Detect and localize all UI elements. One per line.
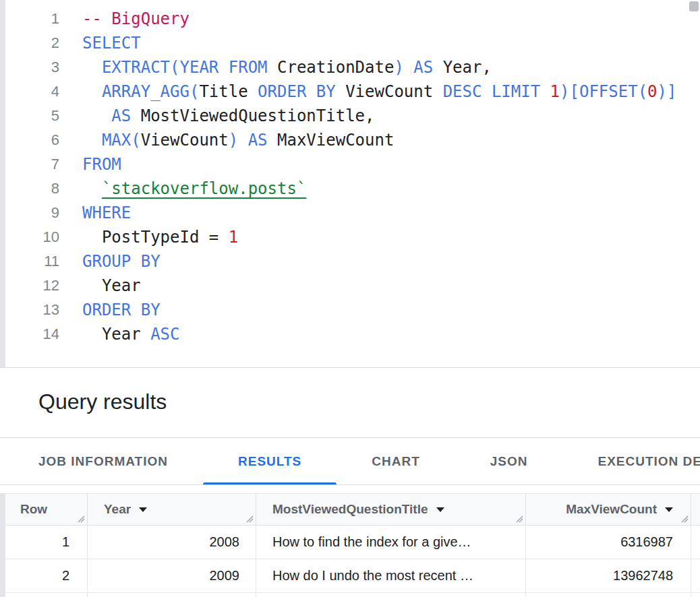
column-header-max-view-count[interactable]: MaxViewCount bbox=[526, 494, 691, 525]
code-token: WHERE bbox=[82, 203, 131, 222]
code-token bbox=[82, 82, 102, 101]
code-text: -- BigQuery bbox=[59, 7, 189, 31]
cell-row-number bbox=[5, 593, 88, 597]
line-number: 1 bbox=[5, 7, 59, 31]
line-number: 2 bbox=[5, 31, 59, 55]
line-number: 6 bbox=[5, 128, 59, 152]
code-text: MAX(ViewCount) AS MaxViewCount bbox=[59, 128, 394, 152]
tab-chart[interactable]: CHART bbox=[337, 438, 455, 484]
code-text: ARRAY_AGG(Title ORDER BY ViewCount DESC … bbox=[59, 80, 676, 104]
column-resize-handle[interactable] bbox=[515, 514, 523, 523]
code-line: 8 `stackoverflow.posts` bbox=[5, 177, 700, 201]
code-text: FROM bbox=[59, 152, 121, 177]
sort-dropdown-icon[interactable] bbox=[665, 507, 673, 512]
sort-dropdown-icon[interactable] bbox=[436, 507, 444, 512]
code-lines: 1-- BigQuery2SELECT3 EXTRACT(YEAR FROM C… bbox=[5, 0, 700, 367]
column-label: Row bbox=[20, 502, 47, 517]
code-token: 1 bbox=[550, 82, 560, 101]
table-row[interactable]: 1 2008 How to find the index for a give…… bbox=[5, 526, 700, 559]
tab-label: EXECUTION DETAILS bbox=[598, 454, 700, 469]
code-token bbox=[82, 131, 102, 150]
code-token: Title bbox=[199, 82, 258, 101]
tab-json[interactable]: JSON bbox=[455, 438, 563, 484]
tab-results[interactable]: RESULTS bbox=[203, 438, 337, 484]
line-number: 8 bbox=[5, 177, 59, 201]
cell-most-viewed-question-title bbox=[256, 593, 526, 597]
sort-dropdown-icon[interactable] bbox=[139, 507, 147, 512]
cell-max-view-count: 13962748 bbox=[526, 559, 691, 592]
line-number: 10 bbox=[5, 225, 59, 249]
column-label: Year bbox=[104, 502, 131, 517]
code-line: 4 ARRAY_AGG(Title ORDER BY ViewCount DES… bbox=[5, 80, 700, 104]
code-token: -- BigQuery bbox=[82, 9, 189, 28]
code-token: DESC LIMIT bbox=[443, 82, 550, 101]
code-line: 1-- BigQuery bbox=[5, 7, 700, 31]
code-text: SELECT bbox=[59, 31, 141, 55]
cell-overflow bbox=[691, 593, 700, 597]
code-token bbox=[82, 58, 102, 77]
code-line: 6 MAX(ViewCount) AS MaxViewCount bbox=[5, 128, 700, 152]
column-header-year[interactable]: Year bbox=[88, 494, 256, 525]
editor-left-scrollbar[interactable] bbox=[0, 0, 5, 367]
code-text: WHERE bbox=[59, 201, 131, 225]
code-token: Year, bbox=[433, 58, 492, 77]
sql-editor[interactable]: 1-- BigQuery2SELECT3 EXTRACT(YEAR FROM C… bbox=[0, 0, 700, 368]
code-token: FROM bbox=[82, 155, 121, 174]
code-token: )[OFFSET( bbox=[560, 82, 647, 101]
results-tab-bar: JOB INFORMATION RESULTS CHART JSON EXECU… bbox=[0, 438, 700, 485]
code-token: PostTypeId = bbox=[82, 228, 229, 247]
code-line: 11GROUP BY bbox=[5, 249, 700, 274]
cell-max-view-count bbox=[526, 593, 691, 597]
code-text: Year bbox=[59, 274, 141, 298]
line-number: 11 bbox=[5, 249, 59, 274]
code-token: ViewCount bbox=[345, 82, 443, 101]
table-header-row: Row Year MostViewedQuestionTitle MaxView… bbox=[5, 493, 700, 526]
code-line: 2SELECT bbox=[5, 31, 700, 55]
code-token: EXTRACT(YEAR FROM bbox=[102, 58, 277, 77]
code-token: MAX( bbox=[102, 131, 141, 150]
code-text: Year ASC bbox=[59, 322, 180, 346]
table-left-scrollbar[interactable] bbox=[0, 493, 5, 597]
tab-label: JSON bbox=[490, 454, 528, 469]
cell-row-number: 1 bbox=[5, 526, 88, 559]
code-text: EXTRACT(YEAR FROM CreationDate) AS Year, bbox=[59, 55, 492, 80]
code-token: ORDER BY bbox=[82, 301, 161, 319]
table-row[interactable]: 2 2009 How do I undo the most recent … 1… bbox=[5, 559, 700, 593]
cell-year: 2008 bbox=[88, 526, 256, 559]
code-token: ViewCount bbox=[141, 131, 229, 150]
code-text: PostTypeId = 1 bbox=[59, 225, 238, 249]
cell-year: 2009 bbox=[88, 559, 256, 592]
code-text: ORDER BY bbox=[59, 298, 161, 322]
editor-scrollbar-thumb[interactable] bbox=[689, 1, 699, 11]
column-header-most-viewed-question-title[interactable]: MostViewedQuestionTitle bbox=[256, 494, 526, 525]
code-line: 14 Year ASC bbox=[5, 322, 700, 346]
column-resize-handle[interactable] bbox=[680, 514, 689, 523]
code-token: 0 bbox=[647, 82, 657, 101]
code-line: 3 EXTRACT(YEAR FROM CreationDate) AS Yea… bbox=[5, 55, 700, 80]
tab-label: JOB INFORMATION bbox=[38, 454, 168, 469]
code-token: 1 bbox=[229, 228, 238, 247]
code-line: 10 PostTypeId = 1 bbox=[5, 225, 700, 249]
code-token: SELECT bbox=[82, 34, 141, 53]
tab-label: RESULTS bbox=[238, 454, 301, 469]
table-reference-link[interactable]: `stackoverflow.posts` bbox=[102, 179, 306, 198]
query-results-header: Query results bbox=[0, 368, 700, 438]
line-number: 14 bbox=[5, 322, 59, 346]
results-table: Row Year MostViewedQuestionTitle MaxView… bbox=[5, 493, 700, 597]
cell-overflow bbox=[691, 526, 700, 559]
cell-overflow bbox=[691, 559, 700, 592]
column-resize-handle[interactable] bbox=[76, 514, 85, 523]
tab-job-information[interactable]: JOB INFORMATION bbox=[3, 438, 203, 484]
code-token: ) AS bbox=[394, 58, 433, 77]
code-text: GROUP BY bbox=[59, 249, 161, 274]
table-row-partial[interactable] bbox=[5, 593, 700, 597]
code-line: 5 AS MostViewedQuestionTitle, bbox=[5, 104, 700, 128]
line-number: 5 bbox=[5, 104, 59, 128]
code-token: ORDER BY bbox=[258, 82, 345, 101]
column-label: MostViewedQuestionTitle bbox=[272, 502, 428, 517]
column-header-row-number[interactable]: Row bbox=[5, 494, 88, 525]
results-table-area: Row Year MostViewedQuestionTitle MaxView… bbox=[0, 493, 700, 597]
column-resize-handle[interactable] bbox=[245, 514, 254, 523]
code-token: )] bbox=[658, 82, 677, 101]
tab-execution-details[interactable]: EXECUTION DETAILS bbox=[563, 438, 700, 484]
